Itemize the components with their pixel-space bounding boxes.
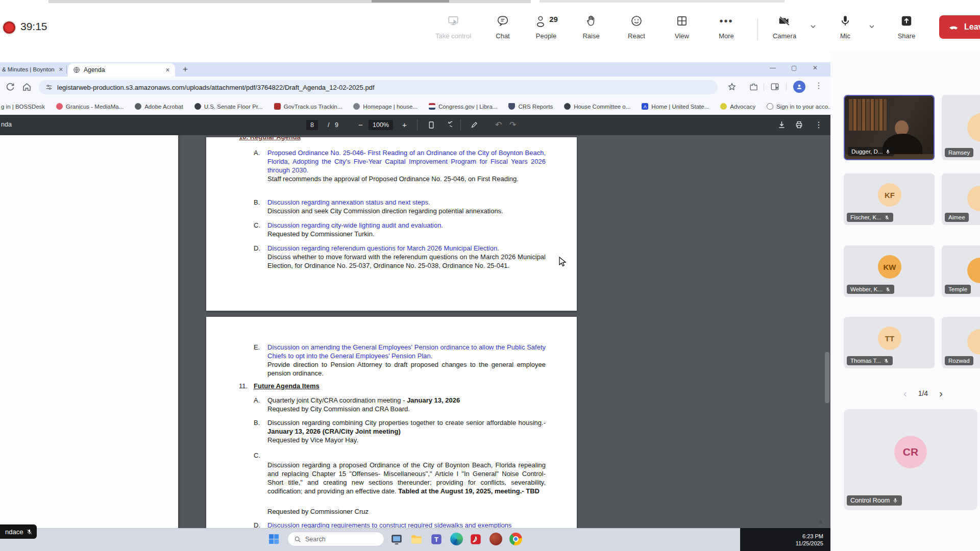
hidden-icons-caret[interactable]: ^ <box>819 519 822 527</box>
agenda-link[interactable]: Proposed Ordinance No. 25-046- First Rea… <box>267 148 546 174</box>
zoom-in-icon[interactable]: + <box>402 120 407 129</box>
take-control-button[interactable]: Take control <box>429 14 478 40</box>
bookmark-star-icon[interactable] <box>727 82 737 92</box>
taskbar-search-box[interactable]: Search <box>287 532 384 546</box>
participant-tile-rozwad[interactable]: Rozwad <box>942 317 980 368</box>
agenda-link[interactable]: Discussion regarding requirements to con… <box>267 521 546 528</box>
camera-button[interactable]: Camera <box>760 14 809 40</box>
participant-tile-webber[interactable]: KW Webber, K... <box>844 245 935 297</box>
agenda-item-11a: A. Quarterly joint City/CRA coordination… <box>267 396 546 413</box>
bookmark-house-committee[interactable]: House Committee o... <box>564 103 630 110</box>
download-icon[interactable] <box>777 120 787 130</box>
site-info-icon[interactable] <box>45 83 53 91</box>
camera-options-chevron[interactable] <box>809 22 817 31</box>
participant-name-label: Fischer, K... <box>847 213 893 222</box>
window-minimize-button[interactable]: — <box>770 64 776 71</box>
raise-hand-button[interactable]: Raise <box>567 14 616 40</box>
mic-on-icon <box>885 149 891 155</box>
participant-tile-aimee[interactable]: Aimee <box>942 173 980 225</box>
close-tab-icon[interactable]: ✕ <box>59 66 63 73</box>
participant-tile-dugger[interactable]: Dugger, D... <box>844 95 935 160</box>
side-panel-search-icon[interactable] <box>770 82 780 92</box>
edge-icon[interactable] <box>450 533 463 546</box>
window-maximize-button[interactable]: ▢ <box>791 64 797 71</box>
section-11-heading: Future Agenda Items <box>254 382 320 390</box>
react-smiley-icon <box>630 14 643 28</box>
bookmark-us-senate[interactable]: U.S. Senate Floor Pr... <box>194 103 263 110</box>
bookmark-granicus[interactable]: Granicus - MediaMa... <box>56 103 124 110</box>
participant-name-label: Rozwad <box>945 356 973 365</box>
participant-name-fragment: ndace <box>0 524 37 539</box>
react-button[interactable]: React <box>612 14 661 40</box>
mic-options-chevron[interactable] <box>868 22 876 31</box>
pdf-menu-kebab-icon[interactable]: ⋮ <box>815 120 823 130</box>
agenda-link[interactable]: Discussion regarding city-wide lighting … <box>267 221 546 230</box>
mic-icon <box>839 14 852 28</box>
new-tab-button[interactable]: + <box>183 64 188 74</box>
participant-tile-temple[interactable]: Temple <box>942 245 980 297</box>
close-tab-icon[interactable]: ✕ <box>165 67 170 73</box>
windows-start-button[interactable] <box>267 533 280 545</box>
redo-icon[interactable]: ↷ <box>509 120 516 130</box>
a-favicon: A <box>642 103 648 110</box>
agenda-link[interactable]: Discussion regarding referendum question… <box>267 244 546 253</box>
tab-agenda[interactable]: Agenda ✕ <box>68 63 175 77</box>
agenda-item-11c-requested: Requested by Commissioner Cruz <box>267 507 546 516</box>
previous-page-chevron[interactable]: ‹ <box>903 388 907 399</box>
undo-icon[interactable]: ↶ <box>495 120 502 130</box>
participant-tile-fischer[interactable]: KF Fischer, K... <box>844 173 935 225</box>
people-button[interactable]: 29 People <box>522 14 571 40</box>
zoom-out-icon[interactable]: − <box>358 120 363 129</box>
chrome-icon[interactable] <box>509 533 523 546</box>
leave-button[interactable]: Leave <box>939 15 980 39</box>
participant-tile-control-room[interactable]: CR Control Room <box>844 409 977 510</box>
bookmark-adobe-acrobat[interactable]: Adobe Acrobat <box>135 103 183 110</box>
reload-icon[interactable] <box>5 82 16 92</box>
mic-button[interactable]: Mic <box>821 14 870 40</box>
initials-avatar: KW <box>878 255 901 279</box>
view-button[interactable]: View <box>657 14 706 40</box>
teams-icon[interactable]: T <box>430 533 443 546</box>
url-bar[interactable]: legistarweb-production.s3.amazonaws.com/… <box>39 80 718 94</box>
take-control-icon <box>447 14 460 28</box>
participant-tile-thomas[interactable]: TT Thomas T... <box>844 317 935 368</box>
home-icon[interactable] <box>21 82 32 92</box>
bookmark-govtrack[interactable]: GovTrack.us Trackin... <box>274 103 342 110</box>
participant-tile-ramsey[interactable]: Ramsey <box>942 95 980 160</box>
bookmark-bossdesk[interactable]: g in | BOSSDesk <box>1 104 45 110</box>
hang-up-icon <box>947 21 960 33</box>
dark-red-app-icon[interactable] <box>489 533 503 546</box>
extensions-icon[interactable] <box>748 82 758 92</box>
more-button[interactable]: ••• More <box>702 14 751 40</box>
bookmark-advocacy[interactable]: Advocacy <box>720 103 755 110</box>
bookmark-crs-reports[interactable]: CRS Reports <box>508 103 553 110</box>
profile-avatar[interactable] <box>793 81 805 93</box>
pdf-scrollbar-thumb[interactable] <box>825 352 829 403</box>
mic-muted-icon <box>885 287 891 292</box>
bookmark-homepage-house[interactable]: Homepage | house... <box>353 103 418 110</box>
chat-button[interactable]: Chat <box>478 14 527 40</box>
fit-page-icon[interactable] <box>427 120 436 130</box>
rotate-page-icon[interactable] <box>443 120 452 130</box>
pdf-zoom-level[interactable]: 100% <box>369 120 393 130</box>
agenda-item-10e: E. Discussion on amending the General Em… <box>267 343 546 378</box>
pdf-page-number-input[interactable]: 8 <box>306 120 318 130</box>
system-tray-clock[interactable]: 6:23 PM 11/25/2025 <box>740 528 830 551</box>
bookmark-united-states-home[interactable]: AHome | United State... <box>642 103 709 110</box>
window-close-button[interactable]: ✕ <box>813 64 818 71</box>
window-app-icon[interactable] <box>390 533 403 546</box>
tab-minutes-boynton[interactable]: & Minutes | Boynton ✕ <box>0 63 65 76</box>
annotate-pen-icon[interactable] <box>470 120 479 130</box>
pdf-blank-left-area <box>0 135 178 528</box>
share-button[interactable]: Share <box>882 14 931 40</box>
print-icon[interactable] <box>794 120 804 130</box>
crs-favicon <box>508 103 515 110</box>
acrobat-icon[interactable] <box>469 533 482 546</box>
browser-menu-kebab-icon[interactable]: ⋮ <box>815 81 823 90</box>
agenda-link[interactable]: Discussion regarding annexation status a… <box>267 198 546 207</box>
bookmark-congress-gov[interactable]: Congress.gov | Libra... <box>429 103 498 110</box>
agenda-link[interactable]: Discussion on amending the General Emplo… <box>267 343 546 360</box>
bookmark-sign-in[interactable]: Sign in to your acco... <box>767 103 830 110</box>
next-page-chevron[interactable]: › <box>939 388 943 399</box>
file-explorer-icon[interactable] <box>410 533 423 546</box>
